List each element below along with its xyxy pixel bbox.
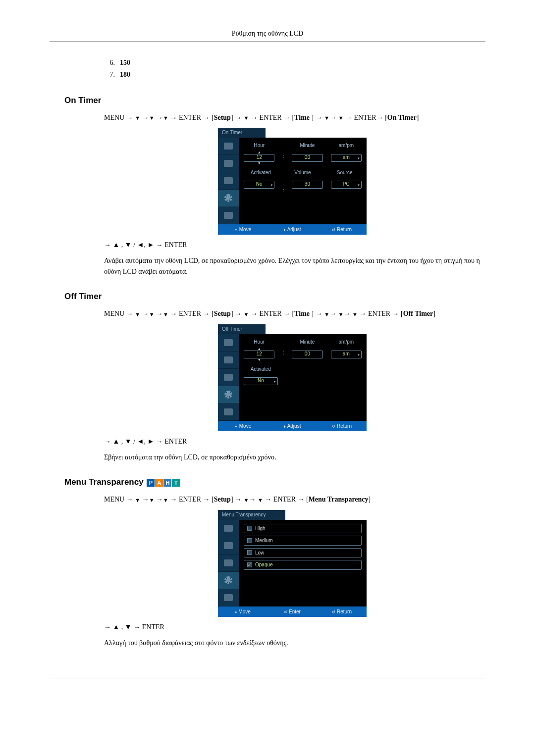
- down-arrow-icon: [352, 311, 358, 317]
- osd-icon: [224, 408, 233, 415]
- desc-off-timer: Σβήνει αυτόματα την οθόνη LCD, σε προκαθ…: [104, 452, 481, 463]
- nav-setup: Setup: [214, 310, 231, 317]
- osd-sidebar: [218, 138, 239, 224]
- osd-sidebar: [218, 334, 239, 421]
- down-caret-icon[interactable]: ▼: [244, 162, 274, 165]
- osd-label-ampm: am/pm: [331, 338, 362, 346]
- nav-text: → ENTER→ [: [345, 114, 387, 121]
- down-arrow-icon: [135, 311, 140, 317]
- nav-text: → ENTER → [: [170, 310, 214, 317]
- osd-icon: [224, 177, 233, 184]
- down-arrow-icon: [135, 115, 140, 121]
- osd-volume-field[interactable]: 30: [292, 181, 322, 189]
- return-icon: ↺: [332, 228, 335, 232]
- gear-icon: [224, 194, 232, 202]
- page-header-title: Ρύθμιση της οθόνης LCD: [50, 30, 485, 42]
- osd-label-minute: Minute: [292, 338, 322, 346]
- badge-t: T: [172, 479, 180, 487]
- osd-side-item[interactable]: [218, 138, 239, 155]
- nav-text: ] →: [310, 114, 324, 121]
- enter-icon: ⏎: [284, 610, 287, 614]
- nav-path-menu-transparency: MENU → → → → ENTER → [Setup] → → → ENTER…: [104, 494, 481, 505]
- nav-text: ]: [369, 496, 371, 503]
- nav-time: Time: [294, 114, 310, 121]
- osd-option-list: High Medium Low Opaque: [239, 520, 367, 606]
- down-caret-icon[interactable]: ▼: [244, 358, 274, 361]
- osd-side-item[interactable]: [218, 207, 239, 224]
- osd-side-item[interactable]: [218, 537, 239, 554]
- nav-text: ] →: [231, 114, 244, 121]
- osd-side-item[interactable]: [218, 520, 239, 537]
- move-icon: ♦: [235, 610, 237, 614]
- osd-ampm-field[interactable]: am: [331, 154, 362, 162]
- osd-option-opaque[interactable]: Opaque: [244, 560, 362, 570]
- osd-hour-field[interactable]: 12: [244, 154, 274, 162]
- nav-text: ] →: [231, 496, 244, 503]
- down-arrow-icon: [149, 311, 155, 317]
- osd-activated-field[interactable]: No: [244, 377, 278, 385]
- mode-badges: P A H T: [147, 479, 180, 487]
- down-arrow-icon: [324, 311, 329, 317]
- osd-side-item[interactable]: [218, 352, 239, 369]
- osd-activated-field[interactable]: No: [244, 181, 274, 189]
- nav-text: → ENTER → [: [359, 310, 403, 317]
- badge-p: P: [147, 479, 155, 487]
- list-item: 7. 180: [104, 69, 485, 81]
- osd-footer-move: ✦Move: [218, 224, 268, 235]
- nav-text: ]: [417, 114, 419, 121]
- osd-footer-move: ✦Move: [218, 421, 268, 432]
- osd-label-activated: Activated: [244, 365, 278, 373]
- list-value: 150: [120, 57, 130, 69]
- osd-label-source: Source: [327, 169, 362, 177]
- numbered-list: 6. 150 7. 180: [104, 57, 485, 81]
- nav-text: ] →: [310, 310, 324, 317]
- checkbox-icon: [247, 526, 252, 531]
- nav-text: MENU →: [104, 496, 135, 503]
- osd-side-item[interactable]: [218, 172, 239, 190]
- osd-side-item[interactable]: [218, 155, 239, 172]
- nav-setup: Setup: [214, 114, 231, 121]
- osd-source-field[interactable]: PC: [331, 181, 362, 189]
- osd-side-item[interactable]: [218, 589, 239, 606]
- osd-minute-field[interactable]: 00: [292, 351, 322, 358]
- down-arrow-icon: [338, 311, 344, 317]
- sep-colon: :: [282, 181, 284, 195]
- desc-on-timer: Ανάβει αυτόματα την οθόνη LCD, σε προκαθ…: [104, 255, 481, 277]
- osd-option-medium[interactable]: Medium: [244, 536, 362, 546]
- nav-target: On Timer: [387, 114, 417, 121]
- down-arrow-icon: [149, 497, 155, 503]
- osd-label-activated: Activated: [244, 169, 278, 177]
- badge-h: H: [163, 479, 171, 487]
- gear-icon: [224, 391, 232, 399]
- osd-ampm-field[interactable]: am: [331, 351, 362, 358]
- nav-text: → ENTER → [: [265, 496, 308, 503]
- osd-icon: [224, 356, 233, 363]
- section-heading-menu-transparency: Menu Transparency P A H T: [64, 477, 485, 487]
- nav-path-on-timer: MENU → → → → ENTER → [Setup] → → ENTER →…: [104, 112, 481, 123]
- osd-panel-on-timer: On Timer Hour ▲ 12: [218, 128, 367, 235]
- osd-hour-field[interactable]: 12: [244, 351, 274, 358]
- nav-text: ] →: [231, 310, 244, 317]
- osd-footer-adjust: ♦Adjust: [268, 224, 317, 235]
- nav-target: Menu Transparency: [309, 496, 369, 503]
- osd-option-low[interactable]: Low: [244, 548, 362, 558]
- down-arrow-icon: [135, 497, 140, 503]
- osd-side-item[interactable]: [218, 554, 239, 572]
- osd-label-hour: Hour: [244, 142, 274, 150]
- nav-target: Off Timer: [403, 310, 433, 317]
- osd-label-hour: Hour: [244, 338, 274, 346]
- osd-side-item-setup[interactable]: [218, 572, 239, 589]
- osd-minute-field[interactable]: 00: [292, 154, 322, 162]
- section-heading-on-timer: On Timer: [64, 96, 485, 105]
- osd-icon: [224, 559, 233, 566]
- post-nav-on-timer: → ▲ , ▼ / ◄, ► → ENTER: [104, 240, 481, 251]
- osd-side-item-setup[interactable]: [218, 386, 239, 403]
- checkbox-icon: [247, 538, 252, 543]
- osd-side-item[interactable]: [218, 334, 239, 352]
- osd-option-high[interactable]: High: [244, 524, 362, 534]
- osd-side-item-setup[interactable]: [218, 190, 239, 207]
- osd-side-item[interactable]: [218, 369, 239, 386]
- osd-footer: ♦Move ⏎Enter ↺Return: [218, 606, 367, 617]
- osd-side-item[interactable]: [218, 403, 239, 421]
- osd-icon: [224, 160, 233, 167]
